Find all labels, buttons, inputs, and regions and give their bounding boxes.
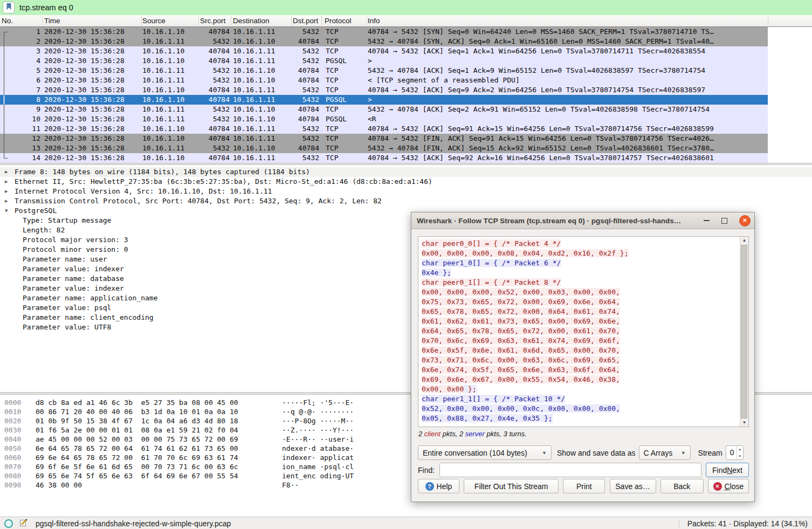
scroll-up-icon[interactable]: ▲ xyxy=(740,237,748,244)
client-count: client xyxy=(424,430,441,438)
spinner-arrows[interactable]: ▲ ▼ xyxy=(737,446,743,459)
packet-counts: Packets: 41 · Displayed: 14 (34.1%) xyxy=(687,519,808,528)
column-header-source[interactable]: Source xyxy=(142,15,166,26)
maximize-icon[interactable] xyxy=(721,218,727,224)
table-row[interactable]: 52020-12-30 15:36:2810.16.1.11543210.16.… xyxy=(0,66,768,75)
client-data: 0x70, 0x6c, 0x69, 0x63, 0x61, 0x74, 0x69… xyxy=(422,336,620,345)
save-as-button[interactable]: Save as… xyxy=(610,479,656,493)
chevron-down-icon: ▼ xyxy=(542,450,547,456)
client-data: 0x00, 0x00 xyxy=(422,385,464,393)
spin-up-icon[interactable]: ▲ xyxy=(737,446,743,453)
filter-out-this-stream-button[interactable]: Filter Out This Stream xyxy=(464,479,559,493)
table-row[interactable]: 62020-12-30 15:36:2810.16.1.11543210.16.… xyxy=(0,75,768,85)
scroll-down-icon[interactable]: ▼ xyxy=(740,419,748,427)
stream-line: char peer0_0[] = { /* Packet 4 */ xyxy=(422,239,629,249)
column-header-no[interactable]: No. xyxy=(2,15,13,26)
column-separator[interactable] xyxy=(291,16,292,25)
table-row[interactable]: 112020-12-30 15:36:2810.16.1.104078410.1… xyxy=(0,124,768,134)
cell-info: 40784 → 5432 [SYN] Seq=0 Win=64240 Len=0… xyxy=(368,27,714,37)
scrollbar-thumb[interactable] xyxy=(741,245,747,418)
hex-offset: 0040 xyxy=(4,435,21,444)
stream-number-value: 0 xyxy=(730,446,734,459)
column-separator[interactable] xyxy=(231,16,231,25)
column-separator[interactable] xyxy=(768,16,768,25)
button-label: Back xyxy=(673,482,690,491)
back-button[interactable]: Back xyxy=(660,479,704,493)
table-row[interactable]: 32020-12-30 15:36:2810.16.1.104078410.16… xyxy=(0,46,768,56)
statusbar-splitter-handle[interactable] xyxy=(679,520,680,527)
column-separator[interactable] xyxy=(321,16,322,25)
filter-bookmark-button[interactable] xyxy=(3,2,15,13)
display-filter-bar[interactable]: tcp.stream eq 0 xyxy=(0,0,812,16)
close-button[interactable]: ✕Close xyxy=(708,479,749,493)
wireshark-main-window: tcp.stream eq 0 No.TimeSourceSrc.portDes… xyxy=(0,0,812,529)
cell-dp: 5432 xyxy=(291,27,319,37)
cell-info: 40784 → 5432 [ACK] Seq=91 Ack=15 Win=642… xyxy=(368,124,714,134)
expand-arrow-icon[interactable]: ▸ xyxy=(5,187,12,196)
stream-number-spinner[interactable]: 0 ▲ ▼ xyxy=(726,445,744,460)
stream-content-box[interactable]: char peer0_0[] = { /* Packet 4 */0x00, 0… xyxy=(418,236,749,427)
display-filter-input[interactable]: tcp.stream eq 0 xyxy=(19,3,73,12)
expand-arrow-icon[interactable]: ▸ xyxy=(5,167,12,177)
table-row[interactable]: 122020-12-30 15:36:2810.16.1.104078410.1… xyxy=(0,134,768,143)
stream-line: 0x69, 0x6e, 0x67, 0x00, 0x55, 0x54, 0x46… xyxy=(422,375,629,384)
chevron-down-icon: ▼ xyxy=(681,450,686,456)
column-header-protocol[interactable]: Protocol xyxy=(325,15,352,26)
expand-arrow-icon[interactable]: ▸ xyxy=(5,196,12,206)
hex-bytes: d8 cb 8a ed a1 46 6c 3b e5 27 35 ba 08 0… xyxy=(36,398,238,407)
table-row[interactable]: 12020-12-30 15:36:2810.16.1.104078410.16… xyxy=(0,27,768,37)
table-row[interactable]: 132020-12-30 15:36:2810.16.1.11543210.16… xyxy=(0,143,768,153)
cell-time: 2020-12-30 15:36:28 xyxy=(44,134,125,143)
help-button[interactable]: ?Help xyxy=(418,479,459,493)
table-row[interactable]: 72020-12-30 15:36:2810.16.1.104078410.16… xyxy=(0,85,768,95)
detail-tree-item[interactable]: ▸Frame 8: 148 bytes on wire (1184 bits),… xyxy=(0,167,812,177)
table-row[interactable]: 82020-12-30 15:36:2810.16.1.104078410.16… xyxy=(0,95,768,105)
cell-pr: TCP xyxy=(326,143,338,153)
detail-text: Protocol minor version: 0 xyxy=(0,245,128,253)
detail-text: Protocol major version: 3 xyxy=(0,236,128,244)
column-header-dstport[interactable]: Dst.port xyxy=(293,15,318,26)
column-separator[interactable] xyxy=(198,16,199,25)
client-data: 0x65, 0x78, 0x65, 0x72, 0x00, 0x64, 0x61… xyxy=(422,307,620,315)
data-format-select[interactable]: C Arrays ▼ xyxy=(639,445,691,460)
table-row[interactable]: 102020-12-30 15:36:2810.16.1.11543210.16… xyxy=(0,114,768,124)
table-row[interactable]: 22020-12-30 15:36:2810.16.1.11543210.16.… xyxy=(0,37,768,46)
print-button[interactable]: Print xyxy=(563,479,605,493)
expand-arrow-icon[interactable]: ▸ xyxy=(5,177,12,187)
table-row[interactable]: 142020-12-30 15:36:2810.16.1.104078410.1… xyxy=(0,153,768,163)
column-separator[interactable] xyxy=(141,16,142,25)
hex-ascii: ion_name ·psql·cl xyxy=(282,462,354,471)
detail-tree-item[interactable]: ▸Transmission Control Protocol, Src Port… xyxy=(0,196,812,206)
stream-label: Stream xyxy=(698,449,722,457)
cell-pr: TCP xyxy=(326,85,338,95)
close-window-icon[interactable]: ✕ xyxy=(739,215,751,226)
cell-no: 1 xyxy=(8,27,40,37)
column-header-srcport[interactable]: Src.port xyxy=(200,15,225,26)
cell-time: 2020-12-30 15:36:28 xyxy=(44,46,125,56)
minimize-icon[interactable] xyxy=(704,220,710,221)
table-row[interactable]: 92020-12-30 15:36:2810.16.1.11543210.16.… xyxy=(0,105,768,114)
capture-file-properties-icon[interactable] xyxy=(4,519,13,528)
column-header-destination[interactable]: Destination xyxy=(233,15,270,26)
cell-src: 10.16.1.10 xyxy=(142,27,184,37)
cell-info: 5432 → 40784 [FIN, ACK] Seq=15 Ack=92 Wi… xyxy=(368,143,714,153)
spin-down-icon[interactable]: ▼ xyxy=(737,453,743,460)
stream-scrollbar[interactable]: ▲ ▼ xyxy=(740,237,748,427)
dialog-titlebar[interactable]: Wireshark · Follow TCP Stream (tcp.strea… xyxy=(411,212,754,229)
table-row[interactable]: 42020-12-30 15:36:2810.16.1.104078410.16… xyxy=(0,56,768,66)
find-next-button[interactable]: Find Next xyxy=(706,463,749,477)
detail-tree-item[interactable]: ▸Internet Protocol Version 4, Src: 10.16… xyxy=(0,187,812,196)
cell-dp: 5432 xyxy=(291,124,319,134)
cell-dp: 5432 xyxy=(291,56,319,66)
expert-info-icon[interactable] xyxy=(19,518,28,528)
find-input[interactable] xyxy=(439,463,701,477)
detail-tree-item[interactable]: ▸Ethernet II, Src: HewlettP_27:35:ba (6c… xyxy=(0,177,812,187)
column-header-info[interactable]: Info xyxy=(368,15,380,26)
cell-dst: 10.16.1.11 xyxy=(233,85,275,95)
collapse-arrow-icon[interactable]: ▾ xyxy=(5,206,12,216)
column-separator[interactable] xyxy=(367,16,367,25)
column-separator[interactable] xyxy=(42,16,43,25)
cell-no: 4 xyxy=(8,56,40,66)
column-header-time[interactable]: Time xyxy=(44,15,60,26)
conversation-range-select[interactable]: Entire conversation (104 bytes) ▼ xyxy=(418,445,552,460)
